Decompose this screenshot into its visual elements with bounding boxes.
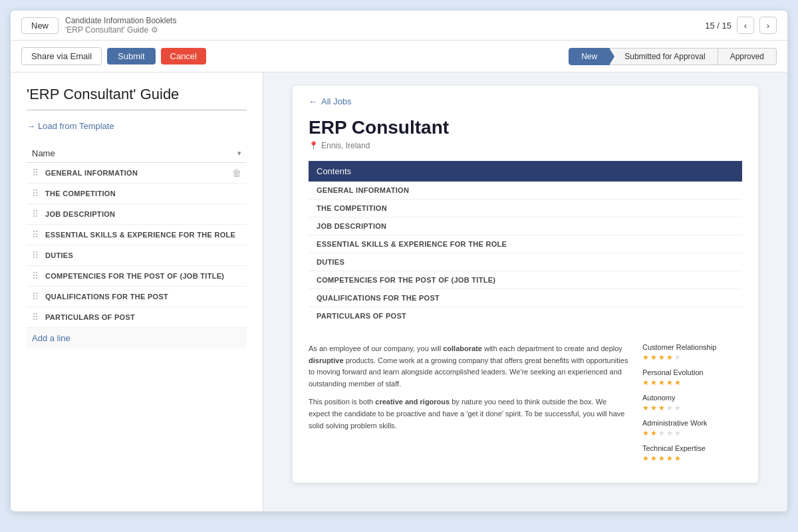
filled-star-icon: ★ xyxy=(658,378,665,387)
skill-stars: ★★★★★ xyxy=(642,429,742,438)
section-label: QUALIFICATIONS FOR THE POST xyxy=(45,293,241,301)
share-email-button[interactable]: Share via Email xyxy=(21,47,102,65)
back-link[interactable]: ← All Jobs xyxy=(293,86,758,112)
filled-star-icon: ★ xyxy=(658,454,665,463)
filled-star-icon: ★ xyxy=(650,353,657,362)
breadcrumb: Candidate Information Booklets 'ERP Cons… xyxy=(65,16,176,35)
empty-star-icon: ★ xyxy=(674,404,681,412)
filled-star-icon: ★ xyxy=(650,378,657,387)
filled-star-icon: ★ xyxy=(658,353,665,362)
filled-star-icon: ★ xyxy=(642,404,649,412)
new-button[interactable]: New xyxy=(21,17,59,34)
status-submitted[interactable]: Submitted for Approval xyxy=(610,48,718,65)
submit-button[interactable]: Submit xyxy=(107,48,155,65)
section-label: ESSENTIAL SKILLS & EXPERIENCE FOR THE RO… xyxy=(45,231,241,239)
drag-handle-icon[interactable]: ⠿ xyxy=(32,250,39,261)
delete-icon[interactable]: 🗑 xyxy=(232,168,241,178)
section-label: PARTICULARS OF POST xyxy=(45,313,241,321)
drag-handle-icon[interactable]: ⠿ xyxy=(32,188,39,199)
description-paragraph-2: This position is both creative and rigor… xyxy=(309,396,629,432)
empty-star-icon: ★ xyxy=(674,429,681,438)
drag-handle-icon[interactable]: ⠿ xyxy=(32,209,39,219)
filled-star-icon: ★ xyxy=(666,378,673,387)
description-text: As an employee of our company, you will … xyxy=(309,343,629,469)
filled-star-icon: ★ xyxy=(650,404,657,412)
drag-handle-icon[interactable]: ⠿ xyxy=(32,312,39,323)
skill-name: Administrative Work xyxy=(642,419,742,427)
skill-item: Administrative Work★★★★★ xyxy=(642,419,742,438)
section-label: JOB DESCRIPTION xyxy=(45,210,241,218)
table-row: ⠿PARTICULARS OF POST xyxy=(27,307,247,328)
filled-star-icon: ★ xyxy=(642,454,649,463)
contents-row: PARTICULARS OF POST xyxy=(309,307,742,325)
table-row: ⠿THE COMPETITION xyxy=(27,184,247,204)
job-title-preview: ERP Consultant xyxy=(293,112,758,141)
description-area: As an employee of our company, you will … xyxy=(293,335,758,483)
back-arrow-icon: ← xyxy=(309,96,317,106)
empty-star-icon: ★ xyxy=(674,353,681,362)
skill-item: Autonomy★★★★★ xyxy=(642,394,742,412)
top-bar-right: 15 / 15 ‹ › xyxy=(705,17,777,34)
skill-stars: ★★★★★ xyxy=(642,404,742,412)
table-row: ⠿QUALIFICATIONS FOR THE POST xyxy=(27,287,247,307)
contents-row: THE COMPETITION xyxy=(309,200,742,217)
breadcrumb-title: Candidate Information Booklets xyxy=(65,16,176,25)
skill-stars: ★★★★★ xyxy=(642,353,742,362)
table-row: ⠿DUTIES xyxy=(27,245,247,266)
drag-handle-icon[interactable]: ⠿ xyxy=(32,291,39,302)
drag-handle-icon[interactable]: ⠿ xyxy=(32,168,39,178)
filled-star-icon: ★ xyxy=(642,353,649,362)
contents-row: COMPETENCIES FOR THE POST OF (Job Title) xyxy=(309,271,742,289)
contents-row: JOB DESCRIPTION xyxy=(309,217,742,235)
filled-star-icon: ★ xyxy=(666,454,673,463)
add-line[interactable]: Add a line xyxy=(27,328,247,348)
pagination: 15 / 15 xyxy=(705,21,732,31)
job-location: 📍 Ennis, Ireland xyxy=(293,141,758,161)
location-icon: 📍 xyxy=(309,141,319,150)
skill-stars: ★★★★★ xyxy=(642,454,742,463)
load-template-link[interactable]: → Load from Template xyxy=(27,121,247,131)
filled-star-icon: ★ xyxy=(650,429,657,438)
section-label: DUTIES xyxy=(45,251,241,259)
table-header-name: Name xyxy=(32,148,55,158)
skill-item: Technical Expertise★★★★★ xyxy=(642,444,742,463)
contents-row: DUTIES xyxy=(309,253,742,271)
empty-star-icon: ★ xyxy=(666,404,673,412)
arrow-icon: → xyxy=(27,121,35,131)
gear-icon[interactable]: ⚙ xyxy=(151,25,158,35)
contents-section: Contents GENERAL INFORMATIONTHE COMPETIT… xyxy=(309,161,742,325)
left-panel: 'ERP Consultant' Guide → Load from Templ… xyxy=(11,72,263,511)
prev-button[interactable]: ‹ xyxy=(737,17,754,34)
table-row: ⠿COMPETENCIES FOR THE POST OF (Job Title… xyxy=(27,266,247,287)
table-row: ⠿JOB DESCRIPTION xyxy=(27,204,247,225)
drag-handle-icon[interactable]: ⠿ xyxy=(32,271,39,281)
description-paragraph-1: As an employee of our company, you will … xyxy=(309,343,629,390)
preview-card: ← All Jobs ERP Consultant 📍 Ennis, Irela… xyxy=(293,86,758,483)
section-label: COMPETENCIES FOR THE POST OF (Job Title) xyxy=(45,272,241,280)
status-arrow-new xyxy=(609,48,614,65)
next-button[interactable]: › xyxy=(759,17,777,34)
skill-name: Customer Relationship xyxy=(642,343,742,351)
top-bar: New Candidate Information Booklets 'ERP … xyxy=(11,11,787,41)
empty-star-icon: ★ xyxy=(658,429,665,438)
action-bar-left: Share via Email Submit Cancel xyxy=(21,47,206,65)
sections-list: ⠿GENERAL INFORMATION🗑⠿THE COMPETITION⠿JO… xyxy=(27,163,247,328)
sections-table: Name ▾ ⠿GENERAL INFORMATION🗑⠿THE COMPETI… xyxy=(27,144,247,348)
skill-name: Personal Evolution xyxy=(642,368,742,376)
filled-star-icon: ★ xyxy=(674,454,681,463)
skill-stars: ★★★★★ xyxy=(642,378,742,387)
table-row: ⠿GENERAL INFORMATION🗑 xyxy=(27,163,247,184)
action-bar: Share via Email Submit Cancel New Submit… xyxy=(11,41,787,72)
drag-handle-icon[interactable]: ⠿ xyxy=(32,229,39,240)
filled-star-icon: ★ xyxy=(650,454,657,463)
filled-star-icon: ★ xyxy=(666,353,673,362)
skill-item: Personal Evolution★★★★★ xyxy=(642,368,742,387)
status-new[interactable]: New xyxy=(569,48,610,65)
section-label: THE COMPETITION xyxy=(45,190,241,198)
filled-star-icon: ★ xyxy=(642,378,649,387)
status-approved[interactable]: Approved xyxy=(718,48,777,65)
breadcrumb-sub: 'ERP Consultant' Guide ⚙ xyxy=(65,25,176,35)
filled-star-icon: ★ xyxy=(658,404,665,412)
cancel-button[interactable]: Cancel xyxy=(161,48,206,65)
skills-sidebar: Customer Relationship★★★★★Personal Evolu… xyxy=(642,343,742,469)
